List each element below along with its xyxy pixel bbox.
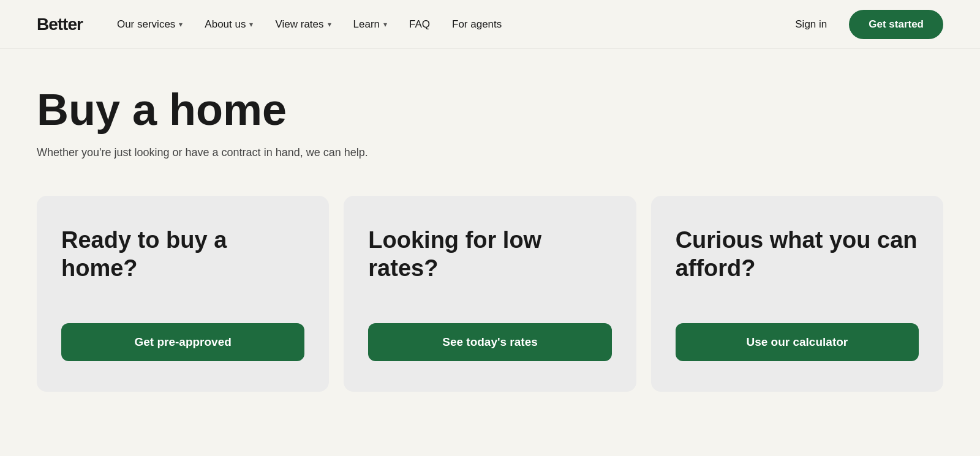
card-0-button[interactable]: Get pre-approved	[61, 323, 304, 361]
header: Better Our services▾About us▾View rates▾…	[0, 0, 980, 49]
nav-actions: Sign in Get started	[785, 10, 943, 39]
nav-item-about-us[interactable]: About us▾	[195, 13, 263, 36]
page-subtitle: Whether you're just looking or have a co…	[37, 146, 943, 159]
card-0-title: Ready to buy a home?	[61, 226, 304, 282]
nav-item-for-agents[interactable]: For agents	[442, 13, 511, 36]
nav-item-faq[interactable]: FAQ	[399, 13, 440, 36]
chevron-down-icon: ▾	[328, 20, 331, 29]
main-content: Buy a home Whether you're just looking o…	[0, 49, 980, 428]
card-1: Looking for low rates?See today's rates	[344, 196, 636, 392]
card-1-button[interactable]: See today's rates	[368, 323, 611, 361]
get-started-button[interactable]: Get started	[849, 10, 943, 39]
card-1-title: Looking for low rates?	[368, 226, 611, 282]
nav-item-view-rates[interactable]: View rates▾	[265, 13, 341, 36]
chevron-down-icon: ▾	[383, 20, 387, 29]
nav-item-learn[interactable]: Learn▾	[344, 13, 397, 36]
brand-logo[interactable]: Better	[37, 15, 83, 34]
chevron-down-icon: ▾	[179, 20, 183, 29]
chevron-down-icon: ▾	[249, 20, 253, 29]
cards-container: Ready to buy a home?Get pre-approvedLook…	[37, 196, 943, 392]
card-2: Curious what you can afford?Use our calc…	[651, 196, 943, 392]
nav-item-our-services[interactable]: Our services▾	[107, 13, 192, 36]
page-title: Buy a home	[37, 86, 943, 134]
card-2-title: Curious what you can afford?	[676, 226, 919, 282]
main-nav: Our services▾About us▾View rates▾Learn▾F…	[107, 13, 785, 36]
card-0: Ready to buy a home?Get pre-approved	[37, 196, 329, 392]
card-2-button[interactable]: Use our calculator	[676, 323, 919, 361]
sign-in-link[interactable]: Sign in	[785, 13, 837, 36]
